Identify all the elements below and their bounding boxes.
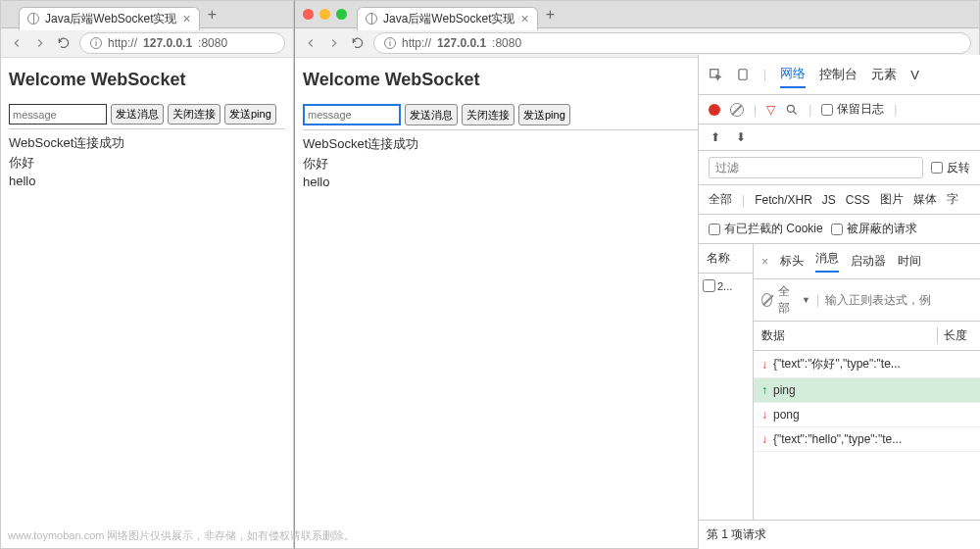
back-button[interactable]: [303, 35, 318, 51]
send-button[interactable]: 发送消息: [405, 104, 458, 125]
titlebar: Java后端WebSocket实现 × +: [295, 1, 979, 28]
back-button[interactable]: [9, 35, 24, 51]
info-icon: i: [384, 37, 396, 49]
address-bar: i http://127.0.0.1:8080: [1, 28, 293, 58]
arrow-down-icon: ↓: [761, 358, 773, 372]
forward-button[interactable]: [32, 35, 48, 51]
send-button[interactable]: 发送消息: [111, 104, 164, 125]
new-tab-button[interactable]: +: [208, 6, 217, 24]
message-row[interactable]: ↓pong: [754, 403, 980, 427]
page-content: Welcome WebSocket 发送消息 关闭连接 发送ping WebSo…: [1, 58, 293, 548]
tab-initiator[interactable]: 启动器: [851, 253, 886, 270]
message-input[interactable]: [9, 104, 107, 125]
blocked-cookie-checkbox[interactable]: 有已拦截的 Cookie: [709, 221, 823, 237]
tab-headers[interactable]: 标头: [780, 253, 804, 270]
message-filter-row: 全部 ▼ |: [754, 279, 980, 322]
message-input[interactable]: [303, 104, 401, 125]
record-icon[interactable]: [709, 104, 720, 116]
filter-input[interactable]: [709, 157, 923, 178]
col-data: 数据: [761, 327, 937, 344]
preserve-log-checkbox[interactable]: 保留日志: [821, 101, 884, 118]
svg-rect-1: [739, 70, 747, 80]
log-line: WebSocket连接成功: [303, 134, 700, 154]
log-line: hello: [9, 172, 285, 191]
browser-tab[interactable]: Java后端WebSocket实现 ×: [19, 7, 200, 30]
watermark: www.toymoban.com 网络图片仅供展示，非存储，如有侵权请联系删除。: [8, 528, 355, 543]
svg-rect-0: [710, 70, 718, 77]
type-all[interactable]: 全部: [709, 191, 732, 208]
url-host: 127.0.0.1: [143, 36, 192, 50]
clear-icon[interactable]: [730, 103, 744, 117]
reload-button[interactable]: [350, 35, 366, 51]
network-toolbar: | ▽ | 保留日志 |: [699, 95, 980, 125]
tab-close-icon[interactable]: ×: [521, 11, 529, 26]
url-field[interactable]: i http://127.0.0.1:8080: [373, 32, 971, 54]
request-list: 名称 2...: [699, 244, 754, 549]
url-host: 127.0.0.1: [437, 36, 486, 50]
tab-title: Java后端WebSocket实现: [45, 11, 177, 27]
arrow-down-icon: ↓: [761, 432, 773, 446]
message-table-header: 数据 长度: [754, 322, 980, 351]
filter-icon[interactable]: ▽: [766, 103, 775, 117]
forward-button[interactable]: [326, 35, 342, 51]
titlebar: Java后端WebSocket实现 × +: [1, 1, 293, 28]
send-ping-button[interactable]: 发送ping: [518, 104, 570, 125]
new-tab-button[interactable]: +: [546, 6, 555, 24]
device-icon[interactable]: [736, 68, 750, 81]
message-row[interactable]: ↓{"text":"hello","type":"te...: [754, 427, 980, 452]
controls-row: 发送消息 关闭连接 发送ping: [303, 104, 700, 130]
close-conn-button[interactable]: 关闭连接: [168, 104, 220, 125]
tab-timing[interactable]: 时间: [898, 253, 921, 270]
url-prefix: http://: [108, 36, 137, 50]
tab-console[interactable]: 控制台: [819, 62, 858, 87]
cookie-filter-row: 有已拦截的 Cookie 被屏蔽的请求: [699, 215, 980, 244]
svg-point-2: [787, 105, 794, 112]
type-img[interactable]: 图片: [880, 191, 904, 208]
close-window-icon[interactable]: [303, 9, 314, 20]
page-title: Welcome WebSocket: [303, 70, 700, 90]
close-conn-button[interactable]: 关闭连接: [462, 104, 514, 125]
search-icon[interactable]: [785, 103, 799, 117]
send-ping-button[interactable]: 发送ping: [224, 104, 276, 125]
inspect-icon[interactable]: [709, 68, 722, 81]
controls-row: 发送消息 关闭连接 发送ping: [9, 104, 285, 129]
reload-button[interactable]: [56, 35, 72, 51]
type-media[interactable]: 媒体: [913, 191, 937, 208]
type-css[interactable]: CSS: [846, 193, 870, 207]
address-bar: i http://127.0.0.1:8080: [295, 28, 979, 58]
globe-icon: [27, 13, 39, 25]
arrow-down-icon: ↓: [761, 408, 773, 422]
log-area: WebSocket连接成功 你好 hello: [303, 134, 700, 192]
message-row[interactable]: ↓{"text":"你好","type":"te...: [754, 351, 980, 378]
close-detail-icon[interactable]: ×: [761, 255, 768, 269]
tab-network[interactable]: 网络: [780, 61, 806, 88]
detail-tabs: × 标头 消息 启动器 时间: [754, 244, 980, 279]
url-port: :8080: [198, 36, 227, 50]
tab-more[interactable]: V: [910, 64, 919, 86]
request-row[interactable]: 2...: [699, 274, 753, 298]
tab-close-icon[interactable]: ×: [183, 11, 191, 26]
tab-title: Java后端WebSocket实现: [383, 11, 515, 27]
status-bar: 第 1 项请求: [698, 520, 980, 549]
message-row[interactable]: ↑ping: [754, 378, 980, 403]
tab-elements[interactable]: 元素: [871, 62, 897, 87]
type-js[interactable]: JS: [822, 193, 836, 207]
type-font[interactable]: 字: [947, 191, 958, 208]
all-filter[interactable]: 全部: [778, 283, 796, 317]
download-icon[interactable]: ⬇: [736, 130, 746, 144]
blocked-req-checkbox[interactable]: 被屏蔽的请求: [831, 221, 917, 237]
minimize-window-icon[interactable]: [319, 9, 330, 20]
regex-input[interactable]: [825, 293, 972, 307]
maximize-window-icon[interactable]: [336, 9, 347, 20]
type-fetch[interactable]: Fetch/XHR: [755, 193, 812, 207]
dropdown-icon[interactable]: ▼: [802, 295, 810, 305]
upload-icon[interactable]: ⬆: [710, 130, 720, 144]
window-controls: [303, 9, 347, 20]
network-split: 名称 2... × 标头 消息 启动器 时间 全部 ▼ | 数据 长度 ↓{: [699, 244, 980, 549]
invert-checkbox[interactable]: 反转: [931, 160, 970, 176]
url-field[interactable]: i http://127.0.0.1:8080: [79, 32, 285, 54]
tab-messages[interactable]: 消息: [815, 250, 839, 273]
browser-tab[interactable]: Java后端WebSocket实现 ×: [357, 7, 538, 30]
url-prefix: http://: [402, 36, 431, 50]
clear-messages-icon[interactable]: [761, 293, 772, 307]
